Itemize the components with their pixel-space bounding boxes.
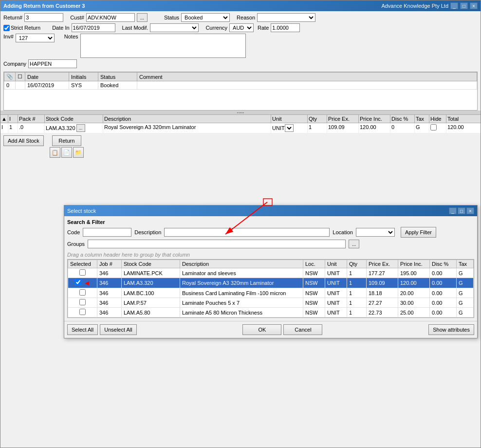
row-checkbox-cell[interactable]: ◄ — [68, 278, 97, 288]
row-loc: NSW — [303, 308, 325, 317]
notes-textarea[interactable] — [80, 34, 246, 58]
apply-filter-button[interactable]: Apply Filter — [401, 227, 436, 238]
dialog-title-text: Select stock — [67, 208, 96, 214]
select-all-button[interactable]: Select All — [67, 324, 98, 335]
groups-input[interactable] — [88, 240, 346, 248]
stock-table-row[interactable]: ◄ 346 LAM.A3.320 Royal Sovereign A3 320m… — [68, 278, 474, 288]
row-pack-icon: I — [0, 123, 8, 133]
resize-handle[interactable]: ····· — [0, 111, 481, 114]
stock-table-row[interactable]: 346 LAM.P.57 Laminate Pouches 5 x 7 NSW … — [68, 298, 474, 308]
row-checkbox-cell[interactable] — [68, 268, 97, 278]
drag-hint: Drag a column header here to group by th… — [67, 250, 474, 259]
status-table: 📎 ☐ Date Initials Status Comment 0 16/07… — [4, 72, 477, 90]
return-icon-btn1[interactable]: 📋 — [50, 147, 60, 158]
row-priceex-cell: 109.09 — [327, 123, 359, 133]
stock-table-container: Selected Job # Stock Code Description Lo… — [67, 259, 474, 318]
row-loc: NSW — [303, 278, 325, 288]
reason-select[interactable] — [257, 13, 315, 22]
status-select[interactable]: Booked — [181, 13, 230, 22]
col-hide-header: Hide — [429, 115, 446, 123]
stock-browse-button[interactable]: ... — [76, 124, 85, 132]
row-status: Booked — [98, 81, 137, 90]
show-attributes-button[interactable]: Show attributes — [428, 324, 474, 335]
row-checkbox[interactable] — [79, 299, 86, 305]
dialog-minimize-button[interactable]: _ — [449, 207, 457, 214]
row-job: 346 — [97, 308, 122, 317]
stock-table-row[interactable]: 346 LAM.BC.100 Business Card Laminating … — [68, 288, 474, 298]
row-checkbox-cell[interactable] — [68, 288, 97, 298]
table-row[interactable]: 0 16/07/2019 SYS Booked — [4, 81, 477, 90]
svg-rect-2 — [263, 199, 272, 205]
code-input[interactable] — [83, 228, 131, 237]
col-desc-header: Description — [103, 115, 271, 123]
date-in-input[interactable] — [72, 23, 115, 32]
row-checkbox[interactable] — [75, 279, 81, 285]
description-filter-input[interactable] — [164, 228, 330, 237]
col-sort-icon: ▲ — [0, 115, 8, 123]
col-scode-header: Stock Code — [122, 260, 180, 268]
filter-row-2: Groups ... — [67, 240, 474, 248]
row-description: Laminate A5 80 Micron Thickness — [180, 308, 303, 317]
row-unit: UNIT — [325, 308, 347, 317]
items-grid-header: ▲ I Pack # Stock Code Description Unit Q… — [0, 114, 481, 123]
unit-select[interactable]: ▼ — [285, 124, 294, 132]
cust-browse-button[interactable]: ... — [137, 13, 148, 22]
row-description: Laminator and sleeves — [180, 268, 303, 278]
ok-button[interactable]: OK — [242, 324, 281, 335]
code-label: Code — [67, 229, 80, 235]
row-tax: G — [457, 298, 474, 308]
dialog-content: Search & Filter Code Description Locatio… — [64, 216, 477, 321]
groups-label: Groups — [67, 241, 85, 247]
strict-return-label[interactable]: Strict Return — [3, 25, 40, 31]
row-checkbox-cell[interactable] — [68, 298, 97, 308]
row-description: Royal Sovereign A3 320mm Laminator — [180, 278, 303, 288]
row-date: 16/07/2019 — [25, 81, 69, 90]
stock-table-row[interactable]: 346 LAM.A5.80 Laminate A5 80 Micron Thic… — [68, 308, 474, 317]
dialog-close-button[interactable]: × — [466, 207, 474, 214]
last-mod-select[interactable] — [150, 23, 199, 32]
cust-label: Cust# — [70, 15, 84, 20]
row-checkbox[interactable] — [79, 269, 86, 276]
company-name: Advance Knowledge Pty Ltd — [381, 3, 448, 9]
cancel-button[interactable]: Cancel — [283, 324, 322, 335]
date-in-label: Date In — [52, 25, 69, 31]
return-input[interactable] — [24, 13, 63, 22]
row-qty: 1 — [347, 278, 367, 288]
hide-checkbox[interactable] — [430, 124, 437, 131]
currency-select[interactable]: AUD — [229, 23, 254, 32]
groups-browse-button[interactable]: ... — [349, 240, 359, 248]
col-qty-header: Qty — [308, 115, 327, 123]
cust-input[interactable] — [86, 13, 135, 22]
row-checkbox[interactable] — [79, 289, 86, 296]
row-checkbox[interactable] — [79, 309, 86, 315]
row-qty: 1 — [347, 268, 367, 278]
add-all-stock-button[interactable]: Add All Stock — [3, 135, 44, 146]
items-grid-row[interactable]: I 1 .0 LAM.A3.320 ... Royal Sovereign A3… — [0, 123, 481, 133]
col-loc-header: Loc. — [303, 260, 325, 268]
row-pack-num: .0 — [18, 123, 45, 133]
strict-return-checkbox[interactable] — [3, 25, 10, 31]
row-priceex: 22.73 — [367, 308, 398, 317]
dialog-footer: Select All Unselect All OK Cancel Show a… — [64, 321, 477, 338]
row-checkbox-cell[interactable] — [68, 308, 97, 317]
return-icon-btn2[interactable]: 📄 — [61, 147, 72, 158]
inv-label: Inv# — [3, 34, 14, 39]
col-sdesc-header: Description — [180, 260, 303, 268]
notes-label: Notes — [64, 34, 78, 39]
row-disc: 0.00 — [430, 308, 457, 317]
company-input[interactable] — [28, 59, 77, 68]
search-filter-label: Search & Filter — [67, 219, 474, 225]
return-button[interactable]: Return — [52, 135, 81, 146]
rate-input[interactable] — [271, 23, 300, 32]
dialog-restore-button[interactable]: □ — [458, 207, 465, 214]
location-select[interactable] — [356, 228, 395, 237]
return-icon-btn3[interactable]: 📁 — [73, 147, 84, 158]
close-button[interactable]: × — [470, 2, 478, 9]
rate-label: Rate — [258, 25, 269, 31]
inv-select[interactable]: 127 — [16, 34, 55, 42]
restore-button[interactable]: □ — [460, 2, 468, 9]
unselect-all-button[interactable]: Unselect All — [100, 324, 136, 335]
stock-table-row[interactable]: 346 LAMINATE.PCK Laminator and sleeves N… — [68, 268, 474, 278]
row-stockcode-cell: LAM.A3.320 ... — [45, 123, 103, 133]
minimize-button[interactable]: _ — [450, 2, 458, 9]
